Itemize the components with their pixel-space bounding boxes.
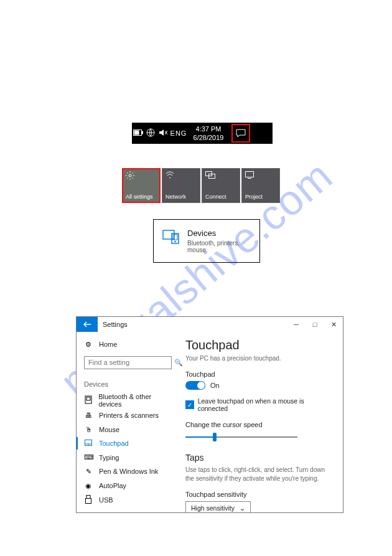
volume-mute-icon[interactable] <box>157 129 169 138</box>
sidebar-item-touchpad[interactable]: Touchpad <box>77 437 172 450</box>
slider-fill <box>185 436 215 438</box>
back-button[interactable] <box>77 317 98 332</box>
autoplay-icon: ◉ <box>84 482 93 490</box>
pen-icon: ✎ <box>84 468 93 476</box>
svg-point-4 <box>129 174 131 177</box>
gear-icon: ⚙ <box>84 341 93 349</box>
tile-label: Project <box>245 194 276 200</box>
leave-on-label: Leave touchpad on when a mouse is connec… <box>198 397 333 412</box>
settings-category-devices[interactable]: Devices Bluetooth, printers, mouse <box>153 219 260 263</box>
sidebar-item-label: Pen & Windows Ink <box>99 468 158 475</box>
page-subheading: Your PC has a precision touchpad. <box>185 355 333 362</box>
search-input[interactable]: 🔍 <box>84 356 172 369</box>
leave-on-checkbox[interactable]: ✓ Leave touchpad on when a mouse is conn… <box>185 397 333 412</box>
svg-rect-2 <box>134 131 139 134</box>
devices-subtitle: Bluetooth, printers, mouse <box>187 240 253 253</box>
page-heading: Touchpad <box>185 338 333 352</box>
sidebar-item-autoplay[interactable]: ◉ AutoPlay <box>84 479 172 492</box>
gear-icon <box>126 171 157 181</box>
svg-rect-7 <box>246 172 254 177</box>
mouse-icon: 🖱 <box>84 426 93 433</box>
sidebar-item-label: Bluetooth & other devices <box>98 393 172 408</box>
battery-icon[interactable] <box>132 130 144 137</box>
devices-icon <box>162 229 180 256</box>
touchpad-toggle-label: Touchpad <box>185 370 333 378</box>
tray-date: 6/28/2019 <box>188 133 229 142</box>
sidebar-group-label: Devices <box>84 380 172 388</box>
sidebar-item-pen[interactable]: ✎ Pen & Windows Ink <box>84 465 172 478</box>
cursor-speed-slider[interactable] <box>185 431 297 443</box>
titlebar: Settings ─ □ ✕ <box>77 317 343 332</box>
tile-connect[interactable]: Connect <box>202 168 240 203</box>
sidebar: ⚙ Home 🔍 Devices Bluetooth & other devic… <box>77 332 179 512</box>
sidebar-item-printers[interactable]: 🖶 Printers & scanners <box>84 409 172 422</box>
cursor-speed-label: Change the cursor speed <box>185 421 333 428</box>
sidebar-item-label: AutoPlay <box>99 482 126 489</box>
touchpad-icon <box>84 440 93 447</box>
input-language[interactable]: ENG <box>169 130 188 137</box>
sidebar-home-label: Home <box>99 341 117 348</box>
sensitivity-select[interactable]: High sensitivity ⌄ <box>185 501 251 512</box>
connect-icon <box>205 171 236 181</box>
checkmark-icon: ✓ <box>185 400 194 409</box>
svg-point-10 <box>175 241 175 242</box>
tray-time: 4:37 PM <box>188 125 229 133</box>
tray-clock[interactable]: 4:37 PM 6/28/2019 <box>188 123 229 143</box>
tile-all-settings[interactable]: All settings <box>122 168 161 203</box>
sidebar-item-label: USB <box>99 496 113 504</box>
chevron-down-icon: ⌄ <box>240 504 245 512</box>
toggle-state: On <box>210 382 220 389</box>
wifi-icon <box>166 171 197 181</box>
sidebar-item-label: Printers & scanners <box>99 412 159 419</box>
sidebar-item-typing[interactable]: ⌨ Typing <box>84 451 172 464</box>
sidebar-item-label: Typing <box>99 454 119 461</box>
sidebar-item-mouse[interactable]: 🖱 Mouse <box>84 423 172 436</box>
taps-help: Use taps to click, right-click, and sele… <box>185 466 333 483</box>
globe-icon[interactable] <box>144 128 157 138</box>
tile-label: Connect <box>205 194 236 200</box>
project-icon <box>245 171 276 181</box>
sidebar-home[interactable]: ⚙ Home <box>84 338 172 351</box>
touchpad-toggle[interactable]: On <box>185 381 333 390</box>
printer-icon: 🖶 <box>84 412 93 419</box>
taps-heading: Taps <box>185 453 333 463</box>
svg-rect-16 <box>86 498 91 503</box>
tile-project[interactable]: Project <box>241 168 280 203</box>
sidebar-item-usb[interactable]: USB <box>84 493 172 506</box>
settings-main: Touchpad Your PC has a precision touchpa… <box>179 332 343 512</box>
svg-rect-8 <box>163 230 174 239</box>
tile-network[interactable]: Network <box>162 168 200 203</box>
system-tray: ENG 4:37 PM 6/28/2019 <box>132 123 273 144</box>
settings-window: Settings ─ □ ✕ ⚙ Home 🔍 Devices Bluetoot… <box>76 316 343 513</box>
window-close[interactable]: ✕ <box>324 321 343 329</box>
tile-label: Network <box>166 194 197 200</box>
svg-rect-13 <box>86 397 90 400</box>
sensitivity-value: High sensitivity <box>191 504 235 512</box>
svg-rect-1 <box>142 131 143 134</box>
window-minimize[interactable]: ─ <box>287 321 306 328</box>
svg-rect-15 <box>86 495 90 498</box>
toggle-switch-icon <box>185 381 205 390</box>
quick-actions: All settings Network Connect Project <box>122 168 280 203</box>
action-center-button[interactable] <box>231 124 250 143</box>
sidebar-item-label: Mouse <box>99 426 119 433</box>
window-title: Settings <box>98 321 287 328</box>
sensitivity-label: Touchpad sensitivity <box>185 491 333 498</box>
sidebar-item-bluetooth[interactable]: Bluetooth & other devices <box>84 393 172 408</box>
devices-title: Devices <box>187 229 253 238</box>
sidebar-item-label: Touchpad <box>99 440 129 447</box>
search-field[interactable] <box>88 359 174 366</box>
keyboard-icon: ⌨ <box>84 453 93 461</box>
usb-icon <box>84 495 93 505</box>
bluetooth-icon <box>84 395 92 405</box>
window-maximize[interactable]: □ <box>306 321 324 328</box>
slider-thumb <box>213 433 217 441</box>
tile-label: All settings <box>126 194 157 200</box>
